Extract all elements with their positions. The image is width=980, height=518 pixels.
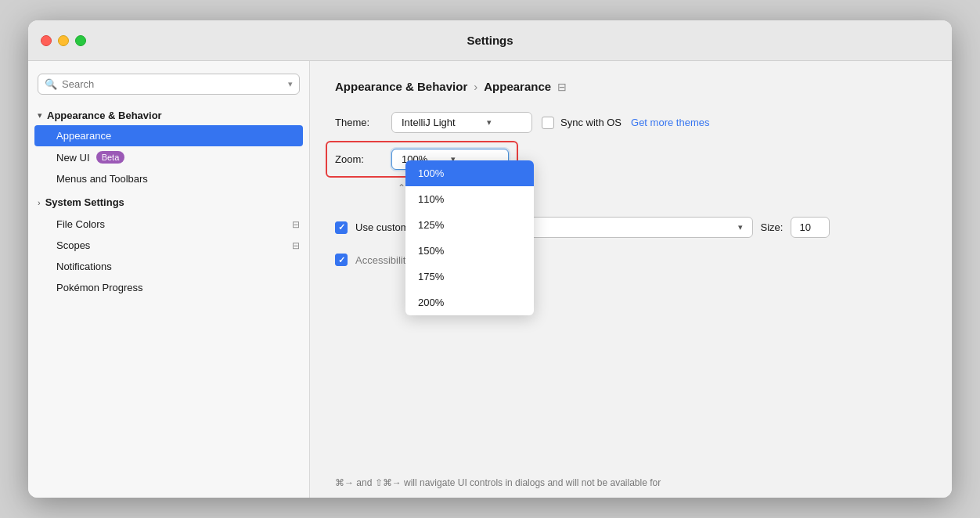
zoom-option-200[interactable]: 200% (405, 290, 534, 315)
sidebar-group-label: Appearance & Behavior (47, 110, 162, 121)
font-dropdown-arrow: ▾ (738, 222, 743, 232)
breadcrumb-current: Appearance (484, 80, 551, 93)
traffic-lights (41, 35, 86, 46)
sidebar: 🔍 ▾ ▾ Appearance & Behavior Appearance N… (28, 61, 310, 498)
sidebar-group-system: › System Settings (28, 191, 309, 214)
page-icon: ⊟ (292, 219, 300, 230)
sidebar-item-appearance[interactable]: Appearance (34, 125, 303, 146)
sidebar-item-notifications[interactable]: Notifications (28, 256, 309, 277)
sync-os-label: Sync with OS (560, 117, 622, 128)
breadcrumb-page-icon: ⊟ (557, 81, 567, 93)
sidebar-item-label-appearance: Appearance (56, 130, 111, 142)
theme-value: IntelliJ Light (402, 117, 456, 128)
bottom-hint-text: ⌘→ and ⇧⌘→ will navigate UI controls in … (335, 477, 661, 488)
accessibility-checkbox[interactable]: ✓ (335, 254, 348, 266)
sync-os-checkbox[interactable] (542, 117, 554, 129)
main-layout: 🔍 ▾ ▾ Appearance & Behavior Appearance N… (28, 61, 952, 498)
sidebar-item-menus-toolbars[interactable]: Menus and Toolbars (28, 168, 309, 189)
sidebar-group-header-system[interactable]: › System Settings (28, 192, 309, 212)
sidebar-item-scopes[interactable]: Scopes ⊟ (28, 235, 309, 256)
theme-label: Theme: (335, 117, 382, 128)
zoom-option-150[interactable]: 150% (405, 238, 534, 264)
sidebar-group-label-system: System Settings (45, 196, 124, 208)
sidebar-item-label-menus: Menus and Toolbars (56, 173, 148, 185)
search-bar[interactable]: 🔍 ▾ (38, 74, 300, 95)
chevron-right-icon: › (38, 198, 41, 207)
bottom-hint: ⌘→ and ⇧⌘→ will navigate UI controls in … (335, 477, 927, 488)
sidebar-group-appearance-behavior: ▾ Appearance & Behavior Appearance New U… (28, 104, 309, 191)
newui-beta-badge: Beta (96, 151, 125, 164)
maximize-button[interactable] (75, 35, 86, 46)
close-button[interactable] (41, 35, 52, 46)
sidebar-item-file-colors[interactable]: File Colors ⊟ (28, 214, 309, 235)
settings-window: Settings 🔍 ▾ ▾ Appearance & Behavior App… (28, 20, 952, 498)
search-input[interactable] (62, 78, 283, 90)
zoom-label: Zoom: (335, 153, 382, 165)
size-value[interactable]: 10 (791, 217, 830, 238)
zoom-dropdown-popup: 100% 110% 125% 150% 175% 200% (405, 160, 534, 315)
sidebar-item-label-file-colors: File Colors (56, 218, 105, 230)
search-options-icon: ▾ (288, 79, 293, 89)
sidebar-group-header-appearance-behavior[interactable]: ▾ Appearance & Behavior (28, 106, 309, 125)
breadcrumb-parent: Appearance & Behavior (335, 80, 467, 93)
accessibility-label: Accessibility (355, 254, 411, 266)
sidebar-item-label-notifications: Notifications (56, 261, 112, 272)
breadcrumb: Appearance & Behavior › Appearance ⊟ (335, 80, 927, 93)
custom-font-checkbox[interactable]: ✓ (335, 221, 348, 234)
zoom-option-125[interactable]: 125% (405, 212, 534, 238)
theme-dropdown[interactable]: IntelliJ Light ▾ (391, 112, 532, 133)
sync-os-wrapper: Sync with OS (542, 117, 622, 129)
zoom-option-175[interactable]: 175% (405, 264, 534, 290)
theme-dropdown-arrow: ▾ (487, 117, 492, 128)
sidebar-item-label-scopes: Scopes (56, 239, 90, 251)
theme-row: Theme: IntelliJ Light ▾ Sync with OS Get… (335, 112, 927, 133)
chevron-down-icon: ▾ (38, 110, 42, 121)
search-icon: 🔍 (45, 78, 57, 90)
sidebar-item-newui[interactable]: New UI Beta (28, 146, 309, 168)
zoom-option-100[interactable]: 100% (405, 160, 534, 186)
window-title: Settings (467, 34, 513, 47)
breadcrumb-separator: › (474, 80, 477, 93)
sidebar-item-label-newui: New UI (56, 152, 90, 164)
zoom-option-110[interactable]: 110% (405, 186, 534, 212)
size-label: Size: (761, 221, 784, 233)
sidebar-item-pokemon[interactable]: Pokémon Progress (28, 277, 309, 298)
page-icon-scopes: ⊟ (292, 240, 300, 251)
content-area: Appearance & Behavior › Appearance ⊟ The… (310, 61, 952, 498)
get-more-themes-link[interactable]: Get more themes (631, 117, 709, 128)
sidebar-item-label-pokemon: Pokémon Progress (56, 282, 143, 293)
minimize-button[interactable] (58, 35, 69, 46)
titlebar: Settings (28, 20, 952, 61)
